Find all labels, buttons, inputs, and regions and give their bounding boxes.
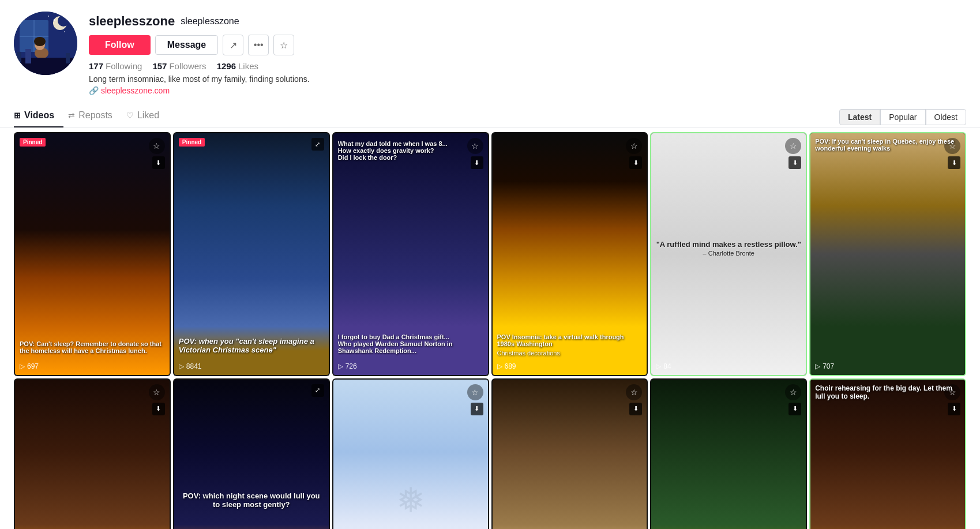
message-button[interactable]: Message	[155, 35, 219, 55]
video-card-5[interactable]: ☆⬇ "A ruffled mind makes a restless pill…	[650, 132, 807, 376]
profile-actions: Follow Message ↗ ••• ☆	[89, 35, 966, 55]
download-button-10[interactable]: ⬇	[629, 403, 642, 415]
download-button-4[interactable]: ⬇	[629, 156, 642, 169]
svg-point-2	[58, 15, 69, 27]
expand-button-2[interactable]: ⤢	[311, 138, 324, 151]
download-icon: ⬇	[633, 405, 639, 412]
play-icon: ▷	[656, 362, 661, 370]
star-icon: ☆	[471, 388, 479, 397]
filter-latest[interactable]: Latest	[839, 109, 880, 125]
link-icon: 🔗	[89, 86, 99, 95]
more-icon: •••	[254, 40, 264, 50]
star-icon: ☆	[630, 141, 638, 151]
svg-rect-10	[17, 52, 21, 63]
star-icon: ☆	[630, 388, 638, 397]
video-card-2[interactable]: Pinned⤢ POV: when you "can't sleep imagi…	[173, 132, 330, 376]
download-icon: ⬇	[952, 405, 957, 412]
follow-button[interactable]: Follow	[89, 35, 151, 55]
tab-liked-label: Liked	[137, 110, 159, 121]
profile-names: sleeplesszone sleeplesszone	[89, 14, 966, 29]
video-card-4[interactable]: ☆⬇ POV Insomnia: take a virtual walk thr…	[491, 132, 648, 376]
pinned-badge-2: Pinned	[179, 138, 205, 147]
followers-stat[interactable]: 157 Followers	[152, 61, 206, 71]
download-button-12[interactable]: ⬇	[948, 403, 960, 415]
view-count-6: 707	[823, 362, 834, 370]
reposts-icon: ⇄	[68, 111, 75, 120]
bio-text: Long term insomniac, like most of my fam…	[89, 74, 966, 84]
star-button-5[interactable]: ☆	[785, 138, 801, 154]
star-button-9[interactable]: ☆	[467, 384, 483, 400]
video-thumbnail-6	[810, 133, 965, 375]
star-button-7[interactable]: ☆	[149, 384, 165, 400]
tab-liked[interactable]: ♡ Liked	[126, 104, 168, 127]
profile-section: sleeplesszone sleeplesszone Follow Messa…	[0, 0, 980, 95]
download-button-11[interactable]: ⬇	[788, 403, 801, 415]
video-views-1: ▷ 697	[20, 362, 39, 370]
svg-point-15	[64, 31, 65, 32]
likes-count: 1296	[217, 61, 236, 71]
video-views-3: ▷ 726	[338, 362, 357, 370]
view-count-2: 8841	[186, 362, 202, 370]
website-url: sleeplesszone.com	[101, 86, 170, 95]
video-card-8[interactable]: ⤢ POV: which night scene would lull you …	[173, 378, 330, 529]
video-card-12[interactable]: ☆⬇ Choir rehearsing for the big day. Let…	[809, 378, 966, 529]
svg-point-8	[34, 37, 46, 46]
following-label: Following	[106, 61, 142, 71]
expand-button-8[interactable]: ⤢	[311, 384, 324, 397]
tab-reposts-label: Reposts	[78, 110, 112, 121]
video-card-6[interactable]: ☆⬇ POV: If you can't sleep in Quebec, en…	[809, 132, 966, 376]
tab-videos-label: Videos	[24, 110, 54, 121]
expand-icon: ⤢	[315, 141, 320, 148]
download-icon: ⬇	[793, 159, 798, 167]
filter-popular[interactable]: Popular	[880, 109, 925, 125]
svg-point-14	[48, 16, 49, 17]
play-icon: ▷	[179, 362, 184, 370]
videos-icon: ⊞	[14, 111, 21, 120]
pinned-badge-1: Pinned	[20, 138, 46, 147]
star-button-1[interactable]: ☆	[149, 138, 165, 154]
likes-label: Likes	[238, 61, 258, 71]
video-card-7[interactable]: ☆⬇ ▷ 749	[14, 378, 171, 529]
video-thumbnail-12	[810, 380, 965, 529]
view-count-1: 697	[27, 362, 39, 370]
likes-stat[interactable]: 1296 Likes	[217, 61, 258, 71]
download-button-6[interactable]: ⬇	[948, 156, 960, 169]
favorite-button[interactable]: ☆	[273, 35, 294, 55]
video-views-4: ▷ 689	[497, 362, 516, 370]
website-link[interactable]: 🔗 sleeplesszone.com	[89, 86, 966, 95]
display-name: sleeplesszone	[89, 14, 175, 29]
share-button[interactable]: ↗	[223, 35, 243, 55]
video-card-3[interactable]: ☆⬇ What my dad told me when I was 8...Ho…	[332, 132, 489, 376]
star-button-10[interactable]: ☆	[626, 384, 642, 400]
profile-info: sleeplesszone sleeplesszone Follow Messa…	[89, 12, 966, 95]
download-button-7[interactable]: ⬇	[152, 403, 165, 415]
star-button-11[interactable]: ☆	[785, 384, 801, 400]
download-icon: ⬇	[633, 159, 639, 167]
view-count-4: 689	[505, 362, 516, 370]
svg-point-13	[54, 20, 55, 21]
svg-rect-12	[66, 53, 70, 63]
video-views-5: ▷ 84	[656, 362, 671, 370]
svg-rect-5	[20, 36, 48, 37]
video-card-1[interactable]: Pinned☆⬇ POV: Can't sleep? Remember to d…	[14, 132, 171, 376]
download-button-5[interactable]: ⬇	[788, 156, 801, 169]
video-card-11[interactable]: ☆⬇ Drift off to sleep in this luxury lak…	[650, 378, 807, 529]
download-button-1[interactable]: ⬇	[152, 156, 165, 169]
download-icon: ⬇	[952, 159, 957, 167]
tab-videos[interactable]: ⊞ Videos	[14, 104, 63, 127]
video-card-10[interactable]: ☆⬇ Everyone's Christmas dreams, what are…	[491, 378, 648, 529]
tab-reposts[interactable]: ⇄ Reposts	[68, 104, 122, 127]
star-icon: ☆	[790, 141, 797, 151]
filter-oldest[interactable]: Oldest	[926, 109, 966, 125]
download-button-9[interactable]: ⬇	[471, 403, 483, 415]
play-icon: ▷	[338, 362, 343, 370]
following-stat[interactable]: 177 Following	[89, 61, 142, 71]
star-icon: ☆	[790, 388, 797, 397]
video-views-6: ▷ 707	[815, 362, 834, 370]
liked-icon: ♡	[126, 111, 134, 120]
followers-count: 157	[152, 61, 167, 71]
video-thumbnail-7	[15, 380, 170, 529]
video-card-9[interactable]: ❅☆⬇ Kindly angel wishing you asleep ▷ 66…	[332, 378, 489, 529]
video-views-2: ▷ 8841	[179, 362, 202, 370]
more-button[interactable]: •••	[248, 35, 269, 55]
